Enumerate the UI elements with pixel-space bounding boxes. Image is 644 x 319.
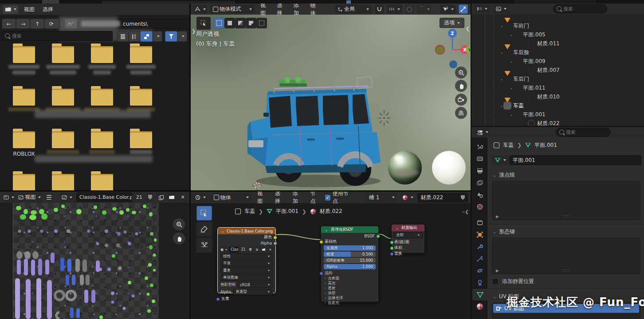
- menu-select[interactable]: 选择: [40, 6, 56, 13]
- breadcrumb-object[interactable]: 车盖: [503, 142, 514, 149]
- tab-object-data[interactable]: [472, 289, 487, 300]
- mesh-data-dropdown[interactable]: [491, 155, 510, 165]
- tab-scene[interactable]: [472, 189, 487, 201]
- tab-render[interactable]: [472, 153, 487, 165]
- editor-type-button[interactable]: [3, 5, 19, 14]
- tab-world[interactable]: [472, 201, 487, 213]
- expand-arrow[interactable]: ▶: [496, 268, 499, 273]
- tab-particles[interactable]: [472, 253, 487, 264]
- properties-search[interactable]: [556, 128, 611, 137]
- colorspace-select[interactable]: sRGB: [237, 282, 273, 288]
- texture-canvas[interactable]: [13, 203, 159, 319]
- file-search-input[interactable]: [2, 31, 113, 41]
- outliner-filter-dropdown[interactable]: [493, 4, 510, 13]
- select-intersect-mode-button[interactable]: [256, 18, 267, 28]
- display-mode-dropdown[interactable]: [153, 31, 162, 42]
- outliner-row-mesh[interactable]: ⌄平面.005: [471, 30, 644, 39]
- output-target-select[interactable]: 全部: [393, 232, 423, 238]
- material-output-node[interactable]: ⌄材质输出 全部 表(曲)面 体积 置换: [391, 224, 425, 253]
- editor-type-button[interactable]: [3, 193, 15, 202]
- slot-dropdown[interactable]: 槽 1: [366, 193, 398, 202]
- falloff-dropdown[interactable]: ⌒: [417, 4, 432, 14]
- menu-node[interactable]: 节点: [307, 192, 322, 205]
- fake-user-button[interactable]: [247, 247, 253, 253]
- unlink-image-button[interactable]: ✕: [179, 193, 187, 202]
- resize-grip[interactable]: ::::: [562, 268, 569, 272]
- node-image-selector[interactable]: ▦ Classis-1... 21 ⧉ ✕: [220, 247, 273, 252]
- menu-add[interactable]: 添加: [291, 4, 305, 17]
- roughness-slider[interactable]: 糙度0.500: [324, 252, 376, 257]
- duplicate-image-button[interactable]: [157, 193, 165, 202]
- tab-collection[interactable]: [472, 217, 487, 228]
- duplicate-button[interactable]: ⧉: [254, 247, 260, 253]
- proportional-edit-button[interactable]: [405, 4, 414, 14]
- image-users-count[interactable]: 21: [135, 193, 144, 202]
- menu-add[interactable]: 添加: [290, 192, 305, 205]
- toolbar-expand-arrow[interactable]: ❯: [192, 28, 196, 34]
- filter-button[interactable]: [165, 31, 177, 42]
- principled-bsdf-node[interactable]: ⌄原理化BSDF BSDF 基础色 金属度1.000 糙度0.500 IOR折射…: [321, 226, 379, 302]
- snap-settings-dropdown[interactable]: ⊦⊦⊦: [387, 4, 402, 14]
- outliner-row-mesh[interactable]: ⌄平面.009: [471, 57, 644, 66]
- pan-button[interactable]: [173, 232, 185, 244]
- outliner-row-mesh[interactable]: ⌄平面.011: [471, 83, 644, 92]
- orientation-dropdown[interactable]: 全局: [335, 4, 372, 14]
- annotate-tool-button[interactable]: [196, 222, 212, 236]
- select-box-tool-button[interactable]: [196, 206, 212, 221]
- open-button[interactable]: [261, 247, 267, 253]
- folder-item[interactable]: [43, 174, 82, 190]
- output-node-header[interactable]: ⌄材质输出: [392, 224, 424, 231]
- outliner-search[interactable]: [553, 4, 607, 13]
- material-browse-dropdown[interactable]: [401, 193, 415, 202]
- menu-select[interactable]: 选择: [272, 192, 287, 205]
- menu-object[interactable]: 物体: [307, 4, 321, 17]
- editor-type-button[interactable]: [474, 4, 490, 13]
- select-difference-mode-button[interactable]: [246, 18, 256, 28]
- outliner-row-material[interactable]: 材质.011: [471, 39, 644, 48]
- camera-view-button[interactable]: [455, 94, 467, 106]
- bsdf-section-specular[interactable]: ›高光: [321, 281, 378, 286]
- menu-view[interactable]: 视图: [21, 6, 37, 13]
- alpha-slider[interactable]: Alpha1.000: [324, 264, 376, 269]
- image-browse-icon[interactable]: ▦: [220, 247, 228, 253]
- navigation-gizmo[interactable]: Z X Y: [430, 27, 470, 69]
- unlink-button[interactable]: ✕: [267, 247, 273, 253]
- resize-grip[interactable]: ::::: [562, 214, 569, 218]
- tab-tool[interactable]: [472, 141, 487, 153]
- visibility-dropdown[interactable]: [440, 4, 456, 14]
- node-image-users[interactable]: 21: [240, 247, 247, 253]
- folder-item[interactable]: [43, 46, 82, 78]
- fake-user-button[interactable]: [146, 193, 154, 202]
- file-search[interactable]: [2, 31, 113, 41]
- editor-type-button[interactable]: [193, 193, 208, 202]
- tab-view-layer[interactable]: [472, 177, 487, 189]
- source-select[interactable]: 单张图像: [220, 275, 273, 281]
- expand-arrow[interactable]: ▶: [496, 214, 499, 219]
- bsdf-section-coat[interactable]: ›涂层: [321, 291, 378, 295]
- ior-slider[interactable]: IOR折射率15.000: [324, 258, 376, 263]
- interpolation-select[interactable]: 线性: [220, 253, 273, 260]
- bsdf-node-header[interactable]: ⌄原理化BSDF: [321, 226, 378, 233]
- view-vertical-list-button[interactable]: [117, 31, 129, 42]
- outliner-row-object[interactable]: ⌄车前门: [471, 21, 644, 30]
- outliner-row-object[interactable]: ⌄车后脸: [471, 48, 644, 57]
- outliner-row-mesh[interactable]: ⌄平面.001: [471, 110, 644, 119]
- up-button[interactable]: ↑: [30, 19, 44, 29]
- refresh-button[interactable]: ⟳: [44, 19, 59, 29]
- fake-user-shield-icon[interactable]: [461, 195, 465, 200]
- sidebar-toggle-arrow[interactable]: ❮: [466, 26, 470, 32]
- menu-view[interactable]: 视图: [258, 4, 271, 17]
- shape-keys-list[interactable]: ▶ ::::: [492, 238, 640, 274]
- metallic-slider[interactable]: 金属度1.000: [324, 245, 376, 251]
- back-button[interactable]: ←: [2, 19, 16, 29]
- folder-item[interactable]: [4, 174, 43, 190]
- forward-button[interactable]: →: [16, 19, 30, 29]
- select-subtract-mode-button[interactable]: [235, 18, 246, 28]
- open-image-button[interactable]: [167, 193, 176, 202]
- folder-item[interactable]: [82, 46, 122, 78]
- filter-dropdown[interactable]: [177, 31, 187, 42]
- shader-type-dropdown[interactable]: 物体: [211, 193, 252, 202]
- select-box-mode-button[interactable]: [214, 18, 224, 28]
- image-browse-dropdown[interactable]: [61, 193, 74, 202]
- image-texture-node-header[interactable]: ⌄Classis-1.Base Color.png: [218, 228, 275, 234]
